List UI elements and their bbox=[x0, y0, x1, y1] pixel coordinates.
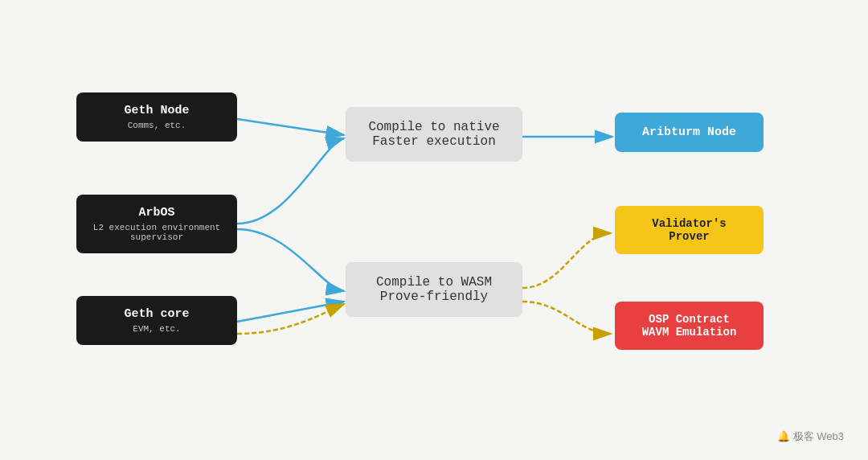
osp-contract-line1: OSP Contract bbox=[631, 313, 747, 326]
compile-wasm-node: Compile to WASM Prove-friendly bbox=[346, 262, 522, 317]
validators-prover-line1: Validator's bbox=[631, 217, 747, 230]
validators-prover-node: Validator's Prover bbox=[615, 206, 764, 254]
arbos-title: ArbOS bbox=[92, 206, 221, 220]
arbos-sub: L2 execution environment supervisor bbox=[92, 223, 221, 242]
arbos-node: ArbOS L2 execution environment superviso… bbox=[76, 195, 237, 253]
geth-core-node: Geth core EVM, etc. bbox=[76, 296, 237, 345]
geth-core-sub: EVM, etc. bbox=[92, 324, 221, 334]
compile-native-node: Compile to native Faster execution bbox=[346, 107, 522, 162]
geth-node-title: Geth Node bbox=[92, 104, 221, 117]
geth-core-title: Geth core bbox=[92, 307, 221, 321]
validators-prover-line2: Prover bbox=[631, 230, 747, 243]
osp-contract-line2: WAVM Emulation bbox=[631, 326, 747, 339]
compile-wasm-line1: Compile to WASM bbox=[365, 275, 503, 290]
compile-wasm-line2: Prove-friendly bbox=[365, 290, 503, 304]
diagram-container: Geth Node Comms, etc. ArbOS L2 execution… bbox=[0, 0, 868, 460]
compile-native-line1: Compile to native bbox=[365, 120, 503, 134]
arbitrum-node: Aribturm Node bbox=[615, 113, 764, 152]
geth-node-sub: Comms, etc. bbox=[92, 121, 221, 130]
compile-native-line2: Faster execution bbox=[365, 134, 503, 149]
geth-node: Geth Node Comms, etc. bbox=[76, 92, 237, 142]
watermark: 🔔 极客 Web3 bbox=[777, 429, 844, 444]
nodes-layer: Geth Node Comms, etc. ArbOS L2 execution… bbox=[0, 0, 868, 460]
arbitrum-node-label: Aribturm Node bbox=[642, 125, 736, 139]
osp-contract-node: OSP Contract WAVM Emulation bbox=[615, 302, 764, 350]
